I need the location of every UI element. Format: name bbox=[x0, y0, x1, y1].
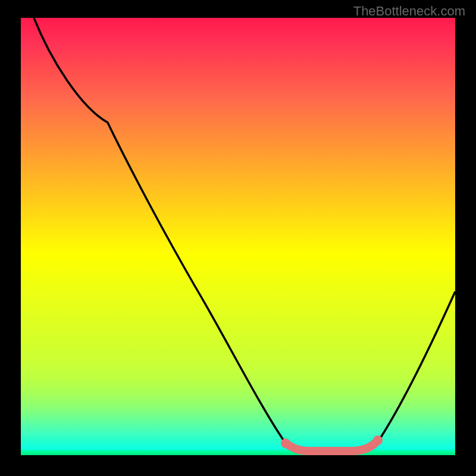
highlight-dot-right bbox=[373, 436, 383, 445]
bottleneck-curve-svg bbox=[21, 18, 455, 455]
optimal-range-highlight bbox=[286, 440, 378, 451]
watermark-text: TheBottleneck.com bbox=[353, 4, 465, 19]
plot-area bbox=[21, 18, 455, 455]
chart-container: TheBottleneck.com bbox=[0, 0, 476, 476]
highlight-dot-left bbox=[281, 439, 290, 448]
bottleneck-curve-line bbox=[34, 18, 455, 451]
